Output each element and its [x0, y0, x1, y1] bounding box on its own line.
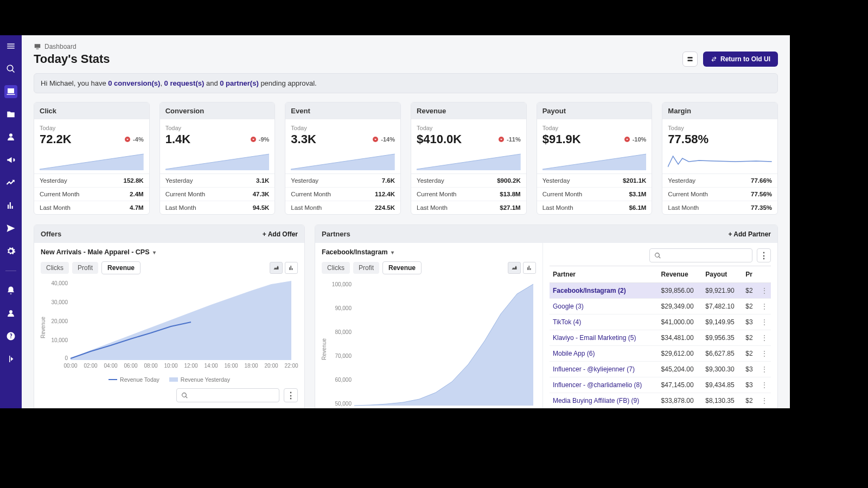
partner-name-cell[interactable]: TikTok (4)	[550, 314, 658, 330]
divider	[5, 271, 16, 271]
stat-card[interactable]: RevenueToday$410.0K-11%Yesterday$900.2KC…	[411, 102, 527, 215]
tab-profit[interactable]: Profit	[353, 262, 379, 274]
search-icon[interactable]	[4, 62, 17, 75]
svg-text:0: 0	[65, 355, 68, 361]
tab-revenue[interactable]: Revenue	[101, 261, 141, 274]
conversions-link[interactable]: 0 conversion(s)	[108, 79, 160, 87]
help-icon[interactable]	[4, 330, 17, 343]
stat-sub-row: Yesterday$900.2K	[411, 174, 526, 187]
svg-text:100,000: 100,000	[332, 281, 352, 287]
stat-card-title: Payout	[537, 102, 652, 119]
table-row[interactable]: Google (3)$29,349.00$7,482.10$2⋮	[550, 299, 771, 314]
area-chart-toggle[interactable]	[508, 262, 521, 274]
row-more-button[interactable]: ⋮	[758, 330, 771, 346]
table-row[interactable]: Influencer - @charlidamelio (8)$47,145.0…	[550, 377, 771, 393]
svg-text:06:00: 06:00	[124, 363, 137, 369]
partners-link[interactable]: 0 partner(s)	[220, 79, 259, 87]
bell-icon[interactable]	[4, 284, 17, 297]
table-row[interactable]: TikTok (4)$41,000.00$9,149.95$3⋮	[550, 314, 771, 330]
partner-select[interactable]: Facebook/Instagram	[322, 248, 394, 256]
offer-select[interactable]: New Arrivals - Male Apparel - CPS	[41, 248, 156, 256]
stat-sub-row: Current Month77.56%	[662, 187, 777, 201]
stat-change: -9%	[250, 136, 270, 143]
layout-toggle-button[interactable]	[682, 52, 698, 67]
sparkline	[417, 151, 521, 170]
bar-chart-toggle[interactable]	[523, 262, 536, 274]
stat-sub-row: Last Month$6.1M	[537, 201, 652, 214]
profile-icon[interactable]	[4, 307, 17, 320]
stat-sub-row: Last Month4.7M	[34, 201, 149, 214]
stat-card[interactable]: ClickToday72.2K-4%Yesterday152.8KCurrent…	[34, 102, 150, 215]
svg-rect-0	[687, 57, 692, 59]
menu-icon[interactable]	[4, 40, 17, 53]
user-icon[interactable]	[4, 131, 17, 144]
row-more-button[interactable]: ⋮	[758, 393, 771, 409]
collapse-icon[interactable]	[4, 352, 17, 365]
sidebar	[0, 35, 22, 408]
svg-text:80,000: 80,000	[335, 329, 352, 335]
stat-sub-row: Last Month77.35%	[662, 201, 777, 214]
return-to-old-ui-button[interactable]: Return to Old UI	[703, 52, 778, 67]
tab-clicks[interactable]: Clicks	[41, 262, 69, 274]
table-row[interactable]: Facebook/Instagram (2)$39,856.00$9,921.9…	[550, 283, 771, 299]
svg-text:30,000: 30,000	[51, 299, 68, 305]
partners-more-button[interactable]: ⋮	[757, 248, 771, 262]
stat-change: -10%	[624, 136, 647, 143]
pending-approval-alert: Hi Michael, you have 0 conversion(s), 0 …	[34, 73, 778, 93]
partner-name-cell[interactable]: Mobile App (6)	[550, 346, 658, 362]
stat-card[interactable]: ConversionToday1.4K-9%Yesterday3.1KCurre…	[159, 102, 276, 215]
revenue-cell: $47,145.00	[658, 377, 703, 393]
chart-up-icon[interactable]	[4, 176, 17, 189]
table-row[interactable]: Klaviyo - Email Marketing (5)$34,481.00$…	[550, 330, 771, 346]
col-partner: Partner	[550, 266, 658, 283]
partner-name-cell[interactable]: Influencer - @kyliejenner (7)	[550, 362, 658, 377]
gear-icon[interactable]	[4, 245, 17, 258]
stat-today-label: Today	[668, 125, 772, 131]
row-more-button[interactable]: ⋮	[758, 377, 771, 393]
svg-text:16:00: 16:00	[224, 363, 238, 369]
row-more-button[interactable]: ⋮	[758, 346, 771, 362]
dashboard-icon[interactable]	[4, 85, 17, 98]
table-row[interactable]: Media Buying Affiliate (FB) (9)$33,878.0…	[550, 393, 771, 409]
svg-text:70,000: 70,000	[335, 353, 352, 359]
folder-plus-icon[interactable]	[4, 108, 17, 121]
partner-name-cell[interactable]: Google (3)	[550, 299, 658, 314]
row-more-button[interactable]: ⋮	[758, 362, 771, 377]
partners-search-input[interactable]	[649, 248, 752, 262]
area-chart-toggle[interactable]	[270, 262, 283, 274]
offers-search-input[interactable]	[176, 388, 279, 402]
partner-name-cell[interactable]: Influencer - @charlidamelio (8)	[550, 377, 658, 393]
tab-revenue[interactable]: Revenue	[382, 261, 422, 274]
tab-clicks[interactable]: Clicks	[322, 262, 350, 274]
offers-more-button[interactable]: ⋮	[284, 388, 298, 402]
partner-name-cell[interactable]: Media Buying Affiliate (FB) (9)	[550, 393, 658, 409]
chart-legend: Revenue Today Revenue Yesterday	[41, 376, 298, 383]
table-row[interactable]: Influencer - @kyliejenner (7)$45,204.00$…	[550, 362, 771, 377]
table-row[interactable]: Mobile App (6)$29,612.00$6,627.85$2⋮	[550, 346, 771, 362]
bar-chart-icon[interactable]	[4, 199, 17, 212]
row-more-button[interactable]: ⋮	[758, 314, 771, 330]
svg-text:Revenue: Revenue	[41, 317, 46, 338]
add-partner-button[interactable]: + Add Partner	[728, 230, 771, 238]
stat-card[interactable]: EventToday3.3K-14%Yesterday7.6KCurrent M…	[285, 102, 401, 215]
payout-cell: $8,130.35	[702, 393, 742, 409]
partner-name-cell[interactable]: Klaviyo - Email Marketing (5)	[550, 330, 658, 346]
tab-profit[interactable]: Profit	[72, 262, 98, 274]
sparkline	[40, 151, 144, 170]
stat-card[interactable]: MarginToday77.58%Yesterday77.66%Current …	[662, 102, 778, 215]
pr-cell: $2	[742, 299, 758, 314]
stat-value: 3.3K	[291, 132, 316, 146]
bar-chart-toggle[interactable]	[285, 262, 298, 274]
stat-card-title: Conversion	[160, 102, 275, 119]
partner-name-cell[interactable]: Facebook/Instagram (2)	[550, 283, 658, 299]
stat-card[interactable]: PayoutToday$91.9K-10%Yesterday$201.1KCur…	[537, 102, 653, 215]
megaphone-icon[interactable]	[4, 153, 17, 166]
row-more-button[interactable]: ⋮	[758, 283, 771, 299]
row-more-button[interactable]: ⋮	[758, 299, 771, 314]
stat-sub-row: Last Month94.5K	[160, 201, 275, 214]
add-offer-button[interactable]: + Add Offer	[263, 230, 298, 238]
svg-text:18:00: 18:00	[244, 363, 258, 369]
requests-link[interactable]: 0 request(s)	[164, 79, 205, 87]
stat-change: -14%	[372, 136, 395, 143]
send-icon[interactable]	[4, 222, 17, 235]
